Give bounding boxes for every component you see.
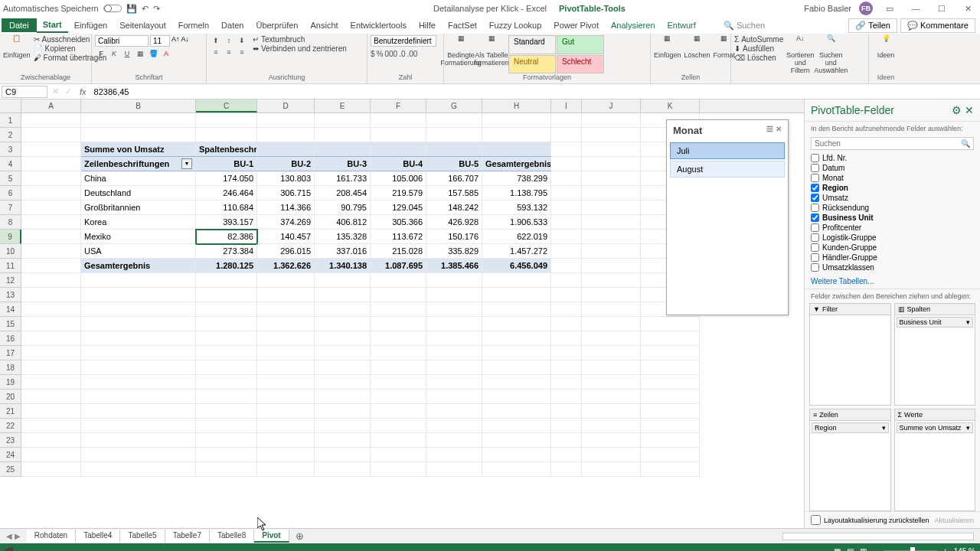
style-standard[interactable]: Standard: [508, 35, 556, 54]
cell-F18[interactable]: [371, 360, 426, 375]
cell-F6[interactable]: 219.579: [371, 186, 426, 201]
cell-G19[interactable]: [426, 375, 482, 390]
cell-G21[interactable]: [426, 404, 482, 419]
cell-C11[interactable]: 1.280.125: [196, 259, 257, 273]
cell-A22[interactable]: [21, 419, 81, 433]
cell-I23[interactable]: [551, 433, 582, 448]
field-Lfd. Nr.[interactable]: Lfd. Nr.: [811, 153, 974, 163]
cell-F14[interactable]: [371, 302, 426, 317]
cell-D14[interactable]: [257, 302, 315, 317]
cell-B24[interactable]: [81, 448, 196, 462]
cell-E11[interactable]: 1.340.138: [315, 259, 371, 273]
cell-A7[interactable]: [21, 201, 81, 215]
cell-H19[interactable]: [482, 375, 551, 390]
update-button[interactable]: Aktualisieren: [934, 517, 974, 524]
cell-F25[interactable]: [371, 462, 426, 477]
cell-F5[interactable]: 105.006: [371, 171, 426, 186]
cell-I24[interactable]: [551, 448, 582, 462]
cell-F22[interactable]: [371, 419, 426, 433]
cell-B8[interactable]: Korea: [81, 215, 196, 230]
cell-B7[interactable]: Großbritannien: [81, 201, 196, 215]
cell-H21[interactable]: [482, 404, 551, 419]
cell-B23[interactable]: [81, 433, 196, 448]
cancel-formula-icon[interactable]: ✕: [49, 86, 62, 96]
cell-H25[interactable]: [482, 462, 551, 477]
cell-E17[interactable]: [315, 346, 371, 360]
cell-H16[interactable]: [482, 331, 551, 346]
fill-color-button[interactable]: 🪣: [147, 48, 159, 59]
cell-D6[interactable]: 306.715: [257, 186, 315, 201]
cell-F4[interactable]: BU-4: [371, 157, 426, 171]
cell-B20[interactable]: [81, 390, 196, 404]
cell-C4[interactable]: BU-1: [196, 157, 257, 171]
tab-start[interactable]: Start: [37, 18, 68, 33]
cell-F2[interactable]: [371, 128, 426, 142]
cell-B6[interactable]: Deutschland: [81, 186, 196, 201]
cell-E15[interactable]: [315, 317, 371, 331]
cell-I11[interactable]: [551, 259, 582, 273]
cell-A20[interactable]: [21, 390, 81, 404]
slicer-monat[interactable]: Monat ☰ ✕ Juli August: [666, 119, 789, 315]
cell-A2[interactable]: [21, 128, 81, 142]
view-layout-icon[interactable]: ▤: [847, 547, 854, 552]
cell-E19[interactable]: [315, 375, 371, 390]
ribbon-options-icon[interactable]: ▭: [880, 2, 899, 15]
tab-entwurf[interactable]: Entwurf: [662, 18, 702, 32]
cell-F20[interactable]: [371, 390, 426, 404]
cell-E12[interactable]: [315, 273, 371, 288]
cell-H18[interactable]: [482, 360, 551, 375]
cell-A13[interactable]: [21, 288, 81, 302]
cell-D1[interactable]: [257, 113, 315, 128]
cell-H23[interactable]: [482, 433, 551, 448]
cell-E13[interactable]: [315, 288, 371, 302]
cell-D23[interactable]: [257, 433, 315, 448]
cell-J18[interactable]: [582, 360, 641, 375]
sheet-tab-Rohdaten[interactable]: Rohdaten: [27, 530, 76, 543]
rows-area[interactable]: ≡Zeilen Region▾: [809, 409, 891, 511]
pane-close-icon[interactable]: ✕: [965, 104, 974, 116]
align-left-icon[interactable]: ≡: [210, 47, 222, 57]
cell-G23[interactable]: [426, 433, 482, 448]
cell-J3[interactable]: [582, 142, 641, 157]
cell-J17[interactable]: [582, 346, 641, 360]
cell-E7[interactable]: 90.795: [315, 201, 371, 215]
border-button[interactable]: ▦: [134, 48, 146, 59]
cell-J2[interactable]: [582, 128, 641, 142]
cell-G7[interactable]: 148.242: [426, 201, 482, 215]
cell-A16[interactable]: [21, 331, 81, 346]
cell-J6[interactable]: [582, 186, 641, 201]
zoom-out-icon[interactable]: −: [873, 547, 877, 552]
font-size-combo[interactable]: 11: [150, 35, 170, 47]
cell-E14[interactable]: [315, 302, 371, 317]
cell-B18[interactable]: [81, 360, 196, 375]
cell-C5[interactable]: 174.050: [196, 171, 257, 186]
cell-B19[interactable]: [81, 375, 196, 390]
cell-K19[interactable]: [641, 375, 700, 390]
cell-G6[interactable]: 157.585: [426, 186, 482, 201]
paste-button[interactable]: 📋Einfügen: [3, 35, 31, 73]
cell-A19[interactable]: [21, 375, 81, 390]
cell-D4[interactable]: BU-2: [257, 157, 315, 171]
cell-K20[interactable]: [641, 390, 700, 404]
cell-F10[interactable]: 215.028: [371, 244, 426, 259]
close-icon[interactable]: ✕: [959, 2, 977, 15]
slicer-item-juli[interactable]: Juli: [670, 142, 785, 159]
cell-J23[interactable]: [582, 433, 641, 448]
cell-C12[interactable]: [196, 273, 257, 288]
cell-D19[interactable]: [257, 375, 315, 390]
cell-F1[interactable]: [371, 113, 426, 128]
tab-formeln[interactable]: Formeln: [172, 18, 215, 32]
italic-button[interactable]: K: [108, 48, 120, 59]
cell-B17[interactable]: [81, 346, 196, 360]
fx-icon[interactable]: fx: [75, 87, 91, 96]
cell-D22[interactable]: [257, 419, 315, 433]
cell-F24[interactable]: [371, 448, 426, 462]
cell-A6[interactable]: [21, 186, 81, 201]
cell-K22[interactable]: [641, 419, 700, 433]
cell-A8[interactable]: [21, 215, 81, 230]
cell-K23[interactable]: [641, 433, 700, 448]
sheet-tab-Pivot[interactable]: Pivot: [254, 530, 289, 543]
cell-G5[interactable]: 166.707: [426, 171, 482, 186]
cell-B10[interactable]: USA: [81, 244, 196, 259]
cell-H24[interactable]: [482, 448, 551, 462]
